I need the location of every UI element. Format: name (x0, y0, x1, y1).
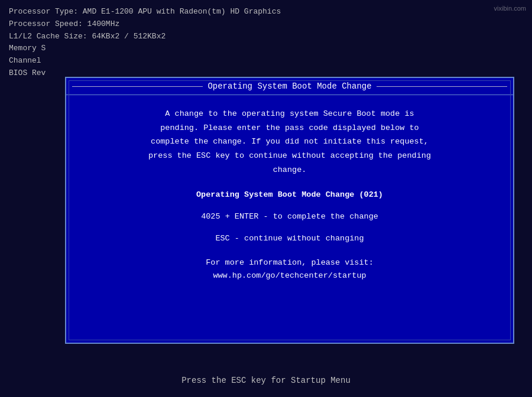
dialog-title-bar: Operating System Boot Mode Change (66, 78, 513, 95)
title-dash-right (377, 86, 507, 87)
system-info: Processor Type: AMD E1-1200 APU with Rad… (9, 6, 281, 80)
desc-line-3: complete the change. If you did not init… (151, 137, 429, 146)
info-section: For more information, please visit: www.… (84, 256, 495, 282)
esc-line: ESC - continue without changing (84, 232, 495, 246)
processor-speed-line: Processor Speed: 1400MHz (9, 18, 281, 31)
channel-line: Channel (9, 55, 281, 67)
watermark: vixibin.com (494, 5, 526, 12)
passcode-line: 4025 + ENTER - to complete the change (84, 210, 495, 224)
desc-line-5: change. (273, 165, 307, 174)
memory-line: Memory S (9, 43, 281, 55)
dialog-description: A change to the operating system Secure … (84, 107, 495, 177)
dialog-title: Operating System Boot Mode Change (207, 82, 371, 91)
desc-line-4: press the ESC key to continue without ac… (148, 151, 431, 160)
cache-size-line: L1/L2 Cache Size: 64KBx2 / 512KBx2 (9, 31, 281, 43)
boot-mode-dialog: Operating System Boot Mode Change A chan… (65, 77, 514, 344)
info-label: For more information, please visit: (206, 258, 374, 267)
bottom-bar: Press the ESC key for Startup Menu (0, 376, 532, 385)
desc-line-1: A change to the operating system Secure … (165, 109, 414, 118)
processor-type-line: Processor Type: AMD E1-1200 APU with Rad… (9, 6, 281, 18)
dialog-body: A change to the operating system Secure … (66, 95, 513, 294)
desc-line-2: pending. Please enter the pass code disp… (160, 123, 419, 132)
title-dash-left (72, 86, 203, 87)
info-url: www.hp.com/go/techcenter/startup (213, 271, 366, 280)
bios-screen: Processor Type: AMD E1-1200 APU with Rad… (0, 0, 532, 397)
mode-change-line: Operating System Boot Mode Change (021) (84, 188, 495, 202)
